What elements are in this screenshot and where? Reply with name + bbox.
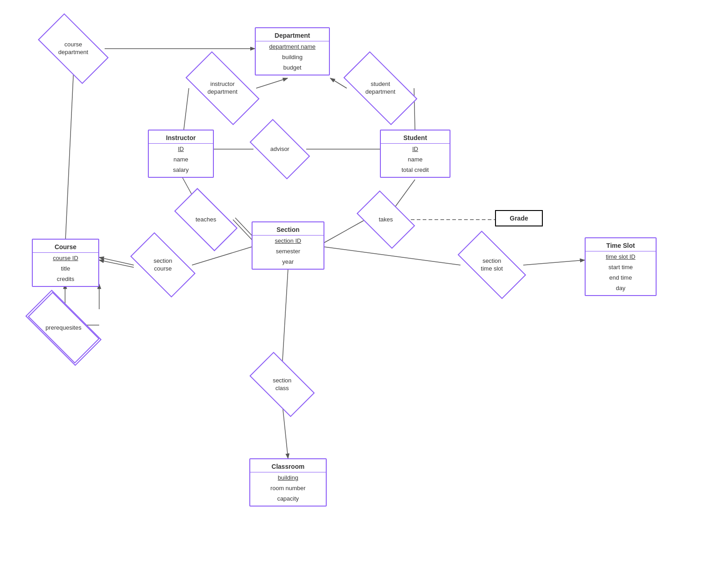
relationship-course-department: coursedepartment <box>42 30 105 67</box>
relationship-section-course-label: sectioncourse <box>153 257 172 273</box>
entity-timeslot-attr-day: day <box>586 283 656 295</box>
entity-department: Department department name building budg… <box>255 27 330 75</box>
svg-line-18 <box>523 260 585 265</box>
entity-instructor-attr-salary: salary <box>149 165 213 177</box>
relationship-section-course: sectioncourse <box>134 248 192 282</box>
entity-section-attr-semester: semester <box>253 246 324 256</box>
entity-course-attr-title: title <box>33 263 98 274</box>
svg-line-16 <box>99 260 134 267</box>
entity-classroom: Classroom building room number capacity <box>249 458 327 507</box>
entity-timeslot-attr-end: end time <box>586 272 656 283</box>
entity-course: Course course ID title credits <box>32 239 99 287</box>
entity-instructor-attr-pk: ID <box>149 144 213 154</box>
svg-line-3 <box>256 78 288 88</box>
entity-student-attr-name: name <box>381 154 450 165</box>
relationship-advisor: advisor <box>253 133 306 166</box>
entity-classroom-title: Classroom <box>250 459 326 472</box>
svg-line-15 <box>99 257 134 265</box>
entity-grade: Grade <box>495 210 543 226</box>
entity-timeslot-title: Time Slot <box>586 238 656 251</box>
svg-line-4 <box>414 88 415 130</box>
entity-section-attr-pk: section ID <box>253 236 324 246</box>
relationship-course-department-label: coursedepartment <box>58 41 88 56</box>
svg-line-5 <box>330 78 347 88</box>
relationship-prerequesites-label: prerequesites <box>46 324 81 332</box>
svg-line-17 <box>324 247 460 265</box>
entity-department-attr-pk: department name <box>256 41 329 52</box>
er-diagram-canvas: Department department name building budg… <box>0 0 728 582</box>
entity-classroom-attr-room: room number <box>250 483 326 493</box>
relationship-instructor-department-label: instructordepartment <box>207 80 238 96</box>
entity-department-title: Department <box>256 28 329 41</box>
entity-section-attr-year: year <box>253 256 324 269</box>
relationship-section-timeslot-label: sectiontime slot <box>481 257 503 273</box>
entity-instructor-attr-name: name <box>149 154 213 165</box>
entity-section-title: Section <box>253 222 324 236</box>
entity-student: Student ID name total credit <box>380 130 450 178</box>
entity-student-title: Student <box>381 130 450 144</box>
entity-department-attr-building: building <box>256 52 329 62</box>
relationship-section-class-label: sectionclass <box>273 377 291 392</box>
entity-grade-title: Grade <box>500 215 537 222</box>
relationship-student-department-label: studentdepartment <box>365 80 395 96</box>
relationship-advisor-label: advisor <box>270 146 289 153</box>
relationship-section-timeslot: sectiontime slot <box>460 248 523 282</box>
entity-department-attr-budget: budget <box>256 62 329 75</box>
svg-line-19 <box>282 269 288 367</box>
relationship-teaches-label: teaches <box>196 216 217 224</box>
entity-timeslot-attr-pk: time slot ID <box>586 251 656 262</box>
relationship-section-class: sectionclass <box>253 367 311 401</box>
entity-course-title: Course <box>33 240 98 253</box>
relationship-teaches: teaches <box>177 203 234 236</box>
relationship-takes-label: takes <box>379 216 393 224</box>
svg-line-12 <box>324 220 365 243</box>
relationship-takes: takes <box>361 203 411 236</box>
svg-line-14 <box>192 247 252 265</box>
svg-line-1 <box>66 67 74 239</box>
relationship-student-department: studentdepartment <box>347 70 414 107</box>
entity-classroom-attr-pk: building <box>250 472 326 483</box>
entity-course-attr-pk: course ID <box>33 253 98 263</box>
entity-classroom-attr-cap: capacity <box>250 493 326 506</box>
relationship-prerequesites: prerequesites <box>28 309 99 346</box>
entity-instructor: Instructor ID name salary <box>148 130 214 178</box>
relationship-instructor-department: instructordepartment <box>189 70 256 107</box>
entity-student-attr-credit: total credit <box>381 165 450 177</box>
entity-student-attr-pk: ID <box>381 144 450 154</box>
entity-timeslot: Time Slot time slot ID start time end ti… <box>585 237 657 296</box>
entity-course-attr-credits: credits <box>33 274 98 286</box>
entity-instructor-title: Instructor <box>149 130 213 144</box>
entity-timeslot-attr-start: start time <box>586 262 656 272</box>
entity-section: Section section ID semester year <box>252 221 324 270</box>
